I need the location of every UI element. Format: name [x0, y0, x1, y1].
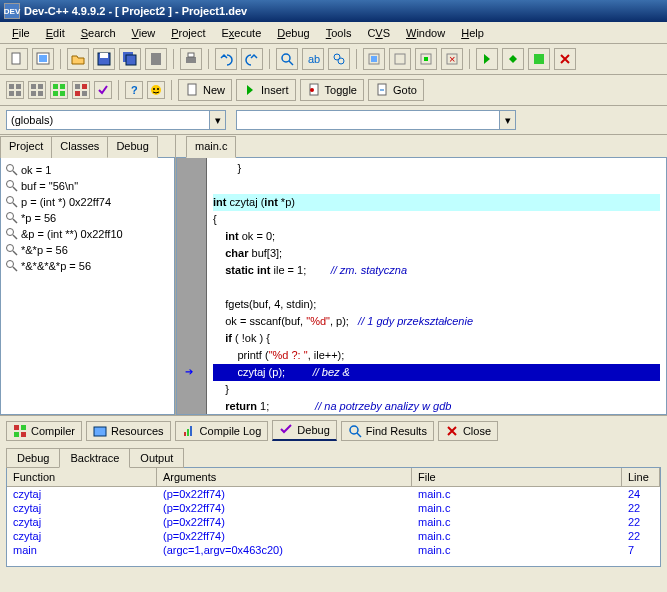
watch-text: *&*p = 56 — [21, 244, 68, 256]
undo-icon[interactable] — [215, 48, 237, 70]
find-again-icon[interactable] — [328, 48, 350, 70]
btab-compile-log[interactable]: Compile Log — [175, 421, 269, 441]
tab-debug[interactable]: Debug — [107, 136, 157, 158]
bt-header-line[interactable]: Line — [622, 468, 660, 486]
menu-file[interactable]: File — [4, 25, 38, 41]
close-file-icon[interactable] — [145, 48, 167, 70]
svg-rect-27 — [31, 84, 36, 89]
watch-item[interactable]: ok = 1 — [5, 162, 170, 178]
svg-rect-65 — [94, 427, 106, 436]
bt-row[interactable]: czytaj(p=0x22ff74)main.c22 — [7, 515, 660, 529]
watch-tree[interactable]: ok = 1buf = "56\n"p = (int *) 0x22ff74*p… — [0, 157, 175, 415]
check-icon[interactable] — [94, 81, 112, 99]
btab-compiler[interactable]: Compiler — [6, 421, 82, 441]
bt-args: (p=0x22ff74) — [157, 501, 412, 515]
svg-line-50 — [13, 187, 17, 191]
watch-item[interactable]: *p = 56 — [5, 210, 170, 226]
compile-run-icon[interactable] — [415, 48, 437, 70]
menu-execute[interactable]: Execute — [214, 25, 270, 41]
stop-debug-icon[interactable] — [502, 48, 524, 70]
bt-file: main.c — [412, 529, 622, 543]
gutter[interactable]: ➔ — [177, 158, 207, 414]
svg-point-41 — [153, 88, 155, 90]
bt-header-arguments[interactable]: Arguments — [157, 468, 412, 486]
bt-row[interactable]: czytaj(p=0x22ff74)main.c22 — [7, 529, 660, 543]
menu-help[interactable]: Help — [453, 25, 492, 41]
svg-rect-66 — [184, 432, 186, 436]
btab-resources[interactable]: Resources — [86, 421, 171, 441]
chevron-down-icon[interactable]: ▾ — [209, 111, 225, 129]
chevron-down-icon[interactable]: ▾ — [499, 111, 515, 129]
help-icon[interactable]: ? — [125, 81, 143, 99]
scope-combo[interactable]: (globals) ▾ — [6, 110, 226, 130]
member-combo[interactable]: ▾ — [236, 110, 516, 130]
save-icon[interactable] — [93, 48, 115, 70]
stab-debug[interactable]: Debug — [6, 448, 60, 468]
watch-item[interactable]: p = (int *) 0x22ff74 — [5, 194, 170, 210]
grid4-icon[interactable] — [72, 81, 90, 99]
redo-icon[interactable] — [241, 48, 263, 70]
menu-debug[interactable]: Debug — [269, 25, 317, 41]
delete-icon[interactable] — [554, 48, 576, 70]
bt-row[interactable]: czytaj(p=0x22ff74)main.c22 — [7, 501, 660, 515]
compile-icon[interactable] — [363, 48, 385, 70]
tab-classes[interactable]: Classes — [51, 136, 108, 158]
bt-args: (p=0x22ff74) — [157, 487, 412, 501]
rebuild-icon[interactable]: × — [441, 48, 463, 70]
bt-row[interactable]: main(argc=1,argv=0x463c20)main.c7 — [7, 543, 660, 557]
new-button[interactable]: New — [178, 79, 232, 101]
backtrace-table[interactable]: Function Arguments File Line czytaj(p=0x… — [6, 467, 661, 567]
bt-row[interactable]: czytaj(p=0x22ff74)main.c24 — [7, 487, 660, 501]
save-all-icon[interactable] — [119, 48, 141, 70]
menu-search[interactable]: Search — [73, 25, 124, 41]
menu-view[interactable]: View — [124, 25, 164, 41]
tab-project[interactable]: Project — [0, 136, 52, 158]
goto-button[interactable]: Goto — [368, 79, 424, 101]
grid2-icon[interactable] — [28, 81, 46, 99]
editor-tab-main[interactable]: main.c — [186, 136, 236, 158]
about-icon[interactable] — [147, 81, 165, 99]
svg-rect-35 — [75, 84, 80, 89]
new-project-icon[interactable] — [32, 48, 54, 70]
toggle-button[interactable]: Toggle — [300, 79, 364, 101]
watch-item[interactable]: *&*&*&*p = 56 — [5, 258, 170, 274]
bt-header-file[interactable]: File — [412, 468, 622, 486]
btab-find-results[interactable]: Find Results — [341, 421, 434, 441]
print-icon[interactable] — [180, 48, 202, 70]
bt-func: czytaj — [7, 515, 157, 529]
menu-project[interactable]: Project — [163, 25, 213, 41]
stab-output[interactable]: Output — [129, 448, 184, 468]
menu-edit[interactable]: Edit — [38, 25, 73, 41]
run-icon[interactable] — [389, 48, 411, 70]
svg-point-57 — [7, 245, 14, 252]
menu-cvs[interactable]: CVS — [359, 25, 398, 41]
find-icon[interactable] — [276, 48, 298, 70]
bt-file: main.c — [412, 515, 622, 529]
menu-window[interactable]: Window — [398, 25, 453, 41]
svg-line-11 — [289, 61, 293, 65]
grid3-icon[interactable] — [50, 81, 68, 99]
svg-line-58 — [13, 251, 17, 255]
new-file-icon[interactable] — [6, 48, 28, 70]
editor-panel: main.c ➔ } int czytaj (int *p){ int ok =… — [176, 135, 667, 415]
open-icon[interactable] — [67, 48, 89, 70]
code-area[interactable]: } int czytaj (int *p){ int ok = 0; char … — [207, 158, 666, 414]
btab-close[interactable]: Close — [438, 421, 498, 441]
svg-line-54 — [13, 219, 17, 223]
replace-icon[interactable]: ab — [302, 48, 324, 70]
profile-icon[interactable] — [528, 48, 550, 70]
insert-button[interactable]: Insert — [236, 79, 296, 101]
menu-tools[interactable]: Tools — [318, 25, 360, 41]
watch-item[interactable]: &p = (int **) 0x22ff10 — [5, 226, 170, 242]
watch-item[interactable]: buf = "56\n" — [5, 178, 170, 194]
bt-header-function[interactable]: Function — [7, 468, 157, 486]
btab-debug[interactable]: Debug — [272, 420, 336, 441]
svg-rect-38 — [82, 91, 87, 96]
bt-header: Function Arguments File Line — [7, 468, 660, 487]
debug-icon[interactable] — [476, 48, 498, 70]
grid1-icon[interactable] — [6, 81, 24, 99]
watch-item[interactable]: *&*p = 56 — [5, 242, 170, 258]
stab-backtrace[interactable]: Backtrace — [59, 448, 130, 468]
magnifier-icon — [5, 163, 19, 177]
left-panel: Project Classes Debug ok = 1buf = "56\n"… — [0, 135, 176, 415]
